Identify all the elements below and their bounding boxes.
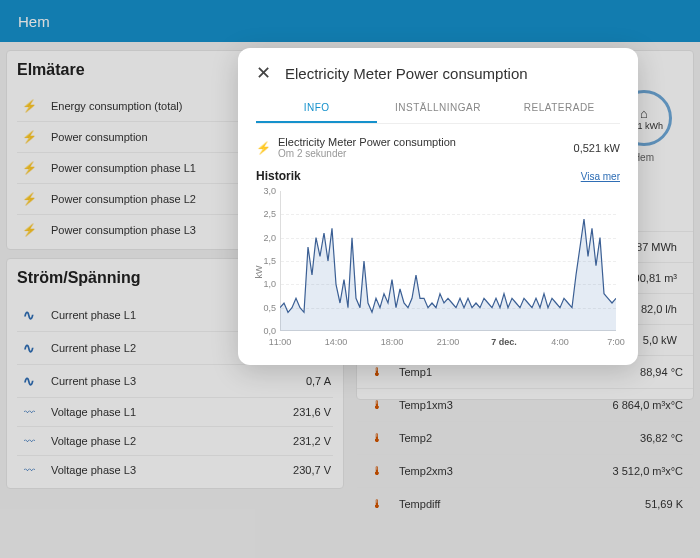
bolt-icon <box>256 140 278 155</box>
tab-info[interactable]: INFO <box>256 94 377 123</box>
chart-line <box>280 191 616 331</box>
entity-modal: ✕ Electricity Meter Power consumption IN… <box>238 48 638 365</box>
close-icon[interactable]: ✕ <box>256 62 271 84</box>
chart-ylabel: kW <box>254 266 264 279</box>
modal-header: ✕ Electricity Meter Power consumption <box>256 62 620 84</box>
modal-title: Electricity Meter Power consumption <box>285 65 528 82</box>
tab-settings[interactable]: INSTÄLLNINGAR <box>377 94 498 123</box>
modal-tabs: INFO INSTÄLLNINGAR RELATERADE <box>256 94 620 124</box>
entity-row: Electricity Meter Power consumption Om 2… <box>256 136 620 159</box>
entity-value: 0,521 kW <box>574 142 620 154</box>
history-title: Historik <box>256 169 301 183</box>
tab-related[interactable]: RELATERADE <box>499 94 620 123</box>
history-more-link[interactable]: Visa mer <box>581 171 620 182</box>
entity-name: Electricity Meter Power consumption <box>278 136 574 148</box>
entity-text: Electricity Meter Power consumption Om 2… <box>278 136 574 159</box>
history-chart[interactable]: kW 0,00,51,01,52,02,53,0 11:0014:0018:00… <box>256 187 620 347</box>
entity-sub: Om 2 sekunder <box>278 148 574 159</box>
history-header: Historik Visa mer <box>256 169 620 183</box>
